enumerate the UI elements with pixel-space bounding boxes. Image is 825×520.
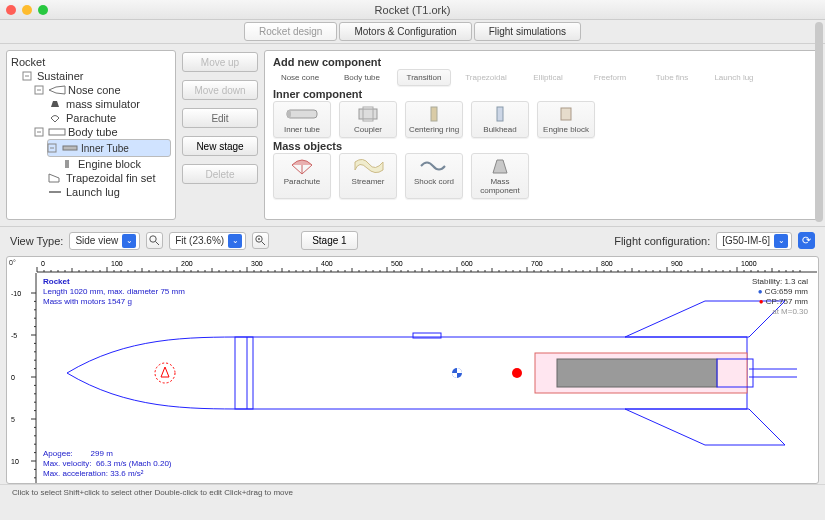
svg-text:5: 5 [11,416,15,423]
zoom-out-icon [149,235,160,246]
centering-ring-icon [414,105,454,123]
palette-heading-add: Add new component [273,56,810,68]
add-engine-block[interactable]: Engine block [537,101,595,138]
coupler-icon [348,105,388,123]
close-icon[interactable] [6,5,16,15]
svg-rect-6 [49,129,65,135]
svg-text:-5: -5 [11,332,17,339]
svg-text:200: 200 [181,260,193,267]
tab-motors-config[interactable]: Motors & Configuration [339,22,471,41]
disclosure-icon[interactable] [35,86,44,95]
tree-finset[interactable]: Trapezoidal fin set [47,171,171,185]
svg-rect-11 [49,191,61,193]
svg-line-20 [302,165,312,174]
minimize-icon[interactable] [22,5,32,15]
chevron-down-icon: ⌄ [122,234,136,248]
status-bar: Click to select Shift+click to select ot… [0,484,825,500]
svg-text:600: 600 [461,260,473,267]
add-centering-ring[interactable]: Centering ring [405,101,463,138]
fin-icon [47,173,63,183]
stage-button[interactable]: Stage 1 [301,231,357,250]
tree-body-tube[interactable]: Body tube [35,125,171,139]
zoom-icon[interactable] [38,5,48,15]
move-down-button[interactable]: Move down [182,80,258,100]
add-streamer[interactable]: Streamer [339,153,397,199]
zoom-out-button[interactable] [146,232,163,249]
tree-parachute[interactable]: Parachute [47,111,171,125]
engine-block-icon [59,159,75,169]
add-inner-tube[interactable]: Inner tube [273,101,331,138]
component-tree[interactable]: Rocket Sustainer Nose cone [6,50,176,220]
add-transition[interactable]: Transition [397,69,451,86]
engine-block-icon [546,105,586,123]
tree-stage[interactable]: Sustainer [23,69,171,83]
palette-mass-row: Parachute Streamer Shock cord Mass compo… [273,153,810,199]
svg-rect-12 [287,110,317,118]
add-freeform-fin[interactable]: Freeform [583,69,637,86]
add-launch-lug[interactable]: Launch lug [707,69,761,86]
tree-action-buttons: Move up Move down Edit New stage Delete [182,50,258,220]
main-tabbar: Rocket design Motors & Configuration Fli… [0,20,825,44]
tree-rocket[interactable]: Rocket [11,55,171,69]
tree-mass-sim[interactable]: mass simulator [47,97,171,111]
add-body-tube[interactable]: Body tube [335,69,389,86]
move-up-button[interactable]: Move up [182,52,258,72]
add-bulkhead[interactable]: Bulkhead [471,101,529,138]
svg-line-23 [156,242,160,246]
svg-text:0: 0 [11,374,15,381]
zoom-select[interactable]: Fit (23.6%)⌄ [169,232,246,250]
svg-rect-17 [497,107,503,121]
disclosure-icon[interactable] [35,128,44,137]
component-palette: Add new component Nose cone Body tube Tr… [264,50,819,220]
tree-inner-tube[interactable]: Inner Tube [47,139,171,157]
svg-line-25 [262,242,266,246]
rocket-drawing: Rocket Length 1020 mm, max. diameter 75 … [37,273,814,483]
shock-cord-icon [414,157,454,175]
tree-nose-cone[interactable]: Nose cone [35,83,171,97]
tab-flight-sims[interactable]: Flight simulations [474,22,581,41]
nose-cone-icon [49,85,65,95]
add-tube-fins[interactable]: Tube fins [645,69,699,86]
design-info: Rocket Length 1020 mm, max. diameter 75 … [43,277,185,307]
add-nose-cone[interactable]: Nose cone [273,69,327,86]
tree-engine-block[interactable]: Engine block [59,157,171,171]
svg-text:0: 0 [41,260,45,267]
flight-data: Apogee: 299 m Max. velocity: 66.3 m/s (M… [43,449,172,479]
palette-inner-row: Inner tube Coupler Centering ring Bulkhe… [273,101,810,138]
parachute-icon [282,157,322,175]
cp-marker [512,368,522,378]
add-parachute[interactable]: Parachute [273,153,331,199]
add-elliptical-fin[interactable]: Elliptical [521,69,575,86]
vertical-ruler: -10-50510 [7,273,37,483]
rocket-canvas[interactable]: 0° 01002003004005006007008009001000 -10-… [6,256,819,484]
add-trapezoidal-fin[interactable]: Trapezoidal [459,69,513,86]
view-type-select[interactable]: Side view⌄ [69,232,140,250]
svg-text:1000: 1000 [741,260,757,267]
flight-config-new-button[interactable]: ⟳ [798,232,815,249]
scrollbar-thumb[interactable] [815,22,823,222]
tree-launch-lug[interactable]: Launch lug [47,185,171,199]
edit-button[interactable]: Edit [182,108,258,128]
mass-component-icon [480,157,520,175]
window-scrollbar[interactable] [815,22,823,498]
chevron-down-icon: ⌄ [228,234,242,248]
svg-rect-18 [561,108,571,120]
tab-rocket-design[interactable]: Rocket design [244,22,337,41]
disclosure-icon[interactable] [48,144,57,153]
add-mass-component[interactable]: Mass component [471,153,529,199]
delete-button[interactable]: Delete [182,164,258,184]
add-shock-cord[interactable]: Shock cord [405,153,463,199]
chevron-down-icon: ⌄ [774,234,788,248]
svg-rect-10 [65,160,69,168]
svg-text:10: 10 [11,458,19,465]
disclosure-icon[interactable] [23,72,32,81]
zoom-in-button[interactable] [252,232,269,249]
new-stage-button[interactable]: New stage [182,136,258,156]
svg-point-22 [150,236,156,242]
inner-tube-icon [282,105,322,123]
bulkhead-icon [480,105,520,123]
add-coupler[interactable]: Coupler [339,101,397,138]
flight-config-select[interactable]: [G50-IM-6]⌄ [716,232,792,250]
svg-text:700: 700 [531,260,543,267]
mass-icon [47,99,63,109]
